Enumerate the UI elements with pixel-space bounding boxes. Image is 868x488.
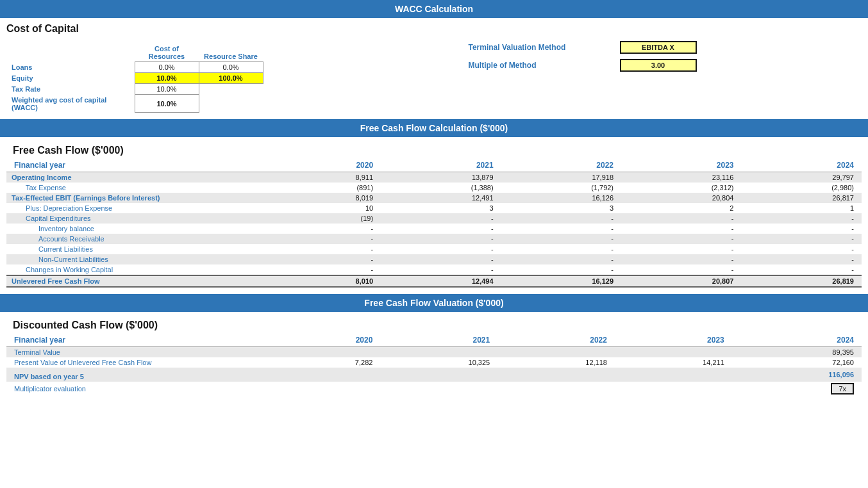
dcf-table: Financial year 2020 2021 2022 2023 2024 … — [6, 334, 862, 396]
fcf-cell: - — [741, 224, 862, 234]
dcf-col-label: Financial year — [6, 334, 276, 347]
fcf-cell: - — [621, 264, 741, 275]
fcf-row-label: Plus: Depreciation Expense — [6, 203, 276, 213]
coc-row-equity-share[interactable]: 100.0% — [199, 73, 263, 84]
npv-empty-cell — [276, 368, 380, 382]
mult-value: 7x — [732, 382, 862, 396]
fcf-row-label: Current Liabilities — [6, 244, 276, 254]
terminal-method-value[interactable]: EBITDA X — [620, 41, 697, 54]
fcf-cell: 3 — [501, 203, 621, 213]
mult-empty-cell — [380, 382, 497, 396]
fcf-cell: - — [621, 224, 741, 234]
coc-row-wacc-cost[interactable]: 10.0% — [135, 95, 199, 113]
fcf-cell: - — [381, 254, 501, 264]
fcf-year-2023: 2023 — [621, 159, 741, 172]
coc-table: Cost of Resources Resource Share Loans 0… — [6, 44, 263, 113]
fcf-row-label: Inventory balance — [6, 224, 276, 234]
dcf-cell: 89,395 — [732, 347, 862, 358]
fcf-cell: 8,019 — [276, 193, 381, 203]
coc-row-equity-label: Equity — [6, 73, 135, 84]
fcf-cell: 12,494 — [381, 275, 501, 287]
coc-row-wacc-share — [199, 95, 263, 113]
fcf-row-label: Changes in Working Capital — [6, 264, 276, 275]
fcf-cell: 10 — [276, 203, 381, 213]
cost-of-capital-section: Cost of Capital Cost of Resources Resour… — [0, 18, 868, 119]
fcf-cell: 16,126 — [501, 193, 621, 203]
fcf-cell: 29,797 — [741, 172, 862, 183]
cost-of-capital-title: Cost of Capital — [0, 18, 868, 37]
coc-row-taxrate-cost[interactable]: 10.0% — [135, 84, 199, 95]
fcf-table: Financial year 2020 2021 2022 2023 2024 … — [6, 159, 862, 288]
fcf-col-label: Financial year — [6, 159, 276, 172]
fcf-cell: - — [741, 213, 862, 224]
fcf-cell: - — [621, 254, 741, 264]
coc-row-taxrate-share — [199, 84, 263, 95]
dcf-title: Discounted Cash Flow ($'000) — [6, 314, 862, 334]
fcf-cell: (2,312) — [621, 183, 741, 193]
fcf-cell: 20,807 — [621, 275, 741, 287]
fcf-cell: - — [741, 264, 862, 275]
coc-row-equity-cost[interactable]: 10.0% — [135, 73, 199, 84]
fcf-cell: 26,817 — [741, 193, 862, 203]
fcf-cell: - — [276, 244, 381, 254]
fcf-cell: - — [276, 264, 381, 275]
fcf-cell: - — [381, 234, 501, 244]
npv-empty-cell — [380, 368, 497, 382]
fcf-cell: (891) — [276, 183, 381, 193]
col-share-header: Resource Share — [199, 44, 263, 62]
dcf-row-label: Present Value of Unlevered Free Cash Flo… — [6, 357, 276, 368]
col-cost-header: Cost of Resources — [135, 44, 199, 62]
fcf-cell: 8,010 — [276, 275, 381, 287]
multiple-value[interactable]: 3.00 — [620, 59, 697, 72]
fcf-row-label: Tax-Effected EBIT (Earnings Before Inter… — [6, 193, 276, 203]
fcf-cell: - — [276, 234, 381, 244]
dcf-cell: 14,211 — [615, 357, 732, 368]
fcf-section-header: Free Cash Flow Calculation ($'000) — [0, 119, 868, 137]
dcf-cell: 7,282 — [276, 357, 380, 368]
fcf-title: Free Cash Flow ($'000) — [6, 140, 862, 159]
fcf-year-2021: 2021 — [381, 159, 501, 172]
terminal-method-label: Terminal Valuation Method — [469, 43, 610, 52]
dcf-year-2023: 2023 — [615, 334, 732, 347]
fcf-cell: - — [621, 213, 741, 224]
fcf-cell: - — [501, 224, 621, 234]
wacc-title: WACC Calculation — [0, 0, 868, 18]
fcf-cell: 17,918 — [501, 172, 621, 183]
coc-row-taxrate-label: Tax Rate — [6, 84, 135, 95]
fcf-cell: 8,911 — [276, 172, 381, 183]
fcf-cell: - — [741, 244, 862, 254]
fcf-cell: - — [501, 213, 621, 224]
dcf-section-header: Free Cash Flow Valuation ($'000) — [0, 294, 868, 312]
fcf-cell: 12,491 — [381, 193, 501, 203]
fcf-cell: (1,792) — [501, 183, 621, 193]
fcf-cell: 23,116 — [621, 172, 741, 183]
fcf-cell: (1,388) — [381, 183, 501, 193]
fcf-cell: - — [276, 224, 381, 234]
fcf-year-2020: 2020 — [276, 159, 381, 172]
fcf-cell: - — [621, 234, 741, 244]
fcf-cell: - — [501, 234, 621, 244]
fcf-cell: 2 — [621, 203, 741, 213]
fcf-row-label: Capital Expenditures — [6, 213, 276, 224]
dcf-cell: 12,118 — [497, 357, 615, 368]
dcf-row-label: Terminal Value — [6, 347, 276, 358]
multiple-label: Multiple of Method — [469, 61, 610, 70]
mult-empty-cell — [615, 382, 732, 396]
fcf-cell: - — [381, 264, 501, 275]
coc-row-wacc-label: Weighted avg cost of capital (WACC) — [6, 95, 135, 113]
coc-row-loans-share[interactable]: 0.0% — [199, 62, 263, 73]
fcf-cell: 13,879 — [381, 172, 501, 183]
terminal-valuation-section: Terminal Valuation Method EBITDA X Multi… — [469, 41, 697, 72]
fcf-cell: - — [276, 254, 381, 264]
fcf-cell: - — [621, 244, 741, 254]
fcf-cell: - — [381, 213, 501, 224]
mult-empty-cell — [497, 382, 615, 396]
cost-of-capital-body: Cost of Resources Resource Share Loans 0… — [0, 37, 868, 119]
dcf-cell — [276, 347, 380, 358]
coc-row-loans-cost[interactable]: 0.0% — [135, 62, 199, 73]
fcf-cell: 1 — [741, 203, 862, 213]
fcf-cell: 16,129 — [501, 275, 621, 287]
fcf-cell: - — [741, 254, 862, 264]
fcf-year-2022: 2022 — [501, 159, 621, 172]
dcf-year-2021: 2021 — [380, 334, 497, 347]
